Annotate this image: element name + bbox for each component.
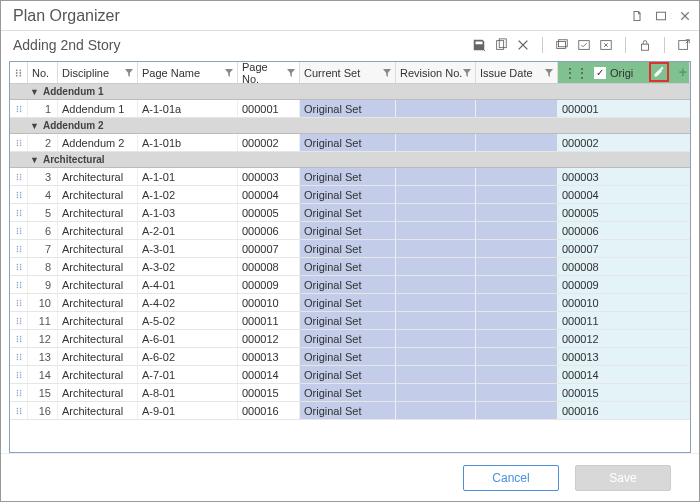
cell-page-no[interactable]: 000008 [238, 258, 300, 275]
cell-revision-no[interactable] [396, 186, 476, 203]
cell-revision-no[interactable] [396, 134, 476, 151]
cell-page-no[interactable]: 000012 [238, 330, 300, 347]
cell-page-no[interactable]: 000003 [238, 168, 300, 185]
cell-page-no[interactable]: 000004 [238, 186, 300, 203]
cell-revision-no[interactable] [396, 168, 476, 185]
row-drag-handle[interactable] [10, 276, 28, 293]
cell-issue-date[interactable] [476, 348, 558, 365]
filter-icon[interactable] [225, 69, 233, 77]
table-row[interactable]: 15ArchitecturalA-8-01000015Original Set0… [10, 384, 690, 402]
cell-current-set[interactable]: Original Set [300, 258, 396, 275]
cell-revision-no[interactable] [396, 100, 476, 117]
cell-issue-date[interactable] [476, 366, 558, 383]
cell-discipline[interactable]: Architectural [58, 366, 138, 383]
cell-page-name[interactable]: A-9-01 [138, 402, 238, 419]
cell-discipline[interactable]: Architectural [58, 240, 138, 257]
cell-page-name[interactable]: A-1-01b [138, 134, 238, 151]
cell-current-set[interactable]: Original Set [300, 294, 396, 311]
cell-set-value[interactable]: 000016 [558, 402, 690, 419]
cell-revision-no[interactable] [396, 204, 476, 221]
cell-current-set[interactable]: Original Set [300, 204, 396, 221]
cell-revision-no[interactable] [396, 276, 476, 293]
row-drag-handle[interactable] [10, 134, 28, 151]
cell-discipline[interactable]: Architectural [58, 348, 138, 365]
cell-revision-no[interactable] [396, 348, 476, 365]
cell-set-value[interactable]: 000011 [558, 312, 690, 329]
table-row[interactable]: 7ArchitecturalA-3-01000007Original Set00… [10, 240, 690, 258]
delete-icon[interactable] [516, 38, 530, 52]
cell-page-no[interactable]: 000015 [238, 384, 300, 401]
cell-current-set[interactable]: Original Set [300, 402, 396, 419]
cell-issue-date[interactable] [476, 186, 558, 203]
cell-page-no[interactable]: 000006 [238, 222, 300, 239]
cell-page-no[interactable]: 000013 [238, 348, 300, 365]
cell-issue-date[interactable] [476, 294, 558, 311]
cell-page-name[interactable]: A-1-02 [138, 186, 238, 203]
close-icon[interactable] [679, 10, 691, 22]
cell-issue-date[interactable] [476, 204, 558, 221]
cell-set-value[interactable]: 000003 [558, 168, 690, 185]
group-header[interactable]: ▼Architectural [10, 152, 690, 168]
row-drag-handle[interactable] [10, 384, 28, 401]
cell-page-name[interactable]: A-1-01 [138, 168, 238, 185]
table-row[interactable]: 11ArchitecturalA-5-02000011Original Set0… [10, 312, 690, 330]
edit-set-button[interactable] [649, 62, 669, 82]
cell-page-name[interactable]: A-4-02 [138, 294, 238, 311]
cell-discipline[interactable]: Architectural [58, 294, 138, 311]
new-document-icon[interactable] [631, 10, 643, 22]
image-stack-icon[interactable] [555, 38, 569, 52]
cell-page-name[interactable]: A-6-02 [138, 348, 238, 365]
cell-set-value[interactable]: 000008 [558, 258, 690, 275]
cell-discipline[interactable]: Architectural [58, 168, 138, 185]
column-header-set[interactable]: ⋮⋮ ✓ Origi + Edit Set [558, 62, 690, 83]
image-remove-icon[interactable] [599, 38, 613, 52]
set-checkbox[interactable]: ✓ [594, 67, 606, 79]
cell-revision-no[interactable] [396, 366, 476, 383]
cell-revision-no[interactable] [396, 402, 476, 419]
cell-revision-no[interactable] [396, 222, 476, 239]
filter-icon[interactable] [383, 69, 391, 77]
cell-discipline[interactable]: Architectural [58, 312, 138, 329]
cell-revision-no[interactable] [396, 258, 476, 275]
cell-set-value[interactable]: 000010 [558, 294, 690, 311]
cell-current-set[interactable]: Original Set [300, 348, 396, 365]
column-header-discipline[interactable]: Discipline [58, 62, 138, 83]
group-header[interactable]: ▼Addendum 2 [10, 118, 690, 134]
cell-page-name[interactable]: A-7-01 [138, 366, 238, 383]
cell-current-set[interactable]: Original Set [300, 312, 396, 329]
cell-page-name[interactable]: A-1-03 [138, 204, 238, 221]
column-header-page-no[interactable]: Page No. [238, 62, 300, 83]
cell-set-value[interactable]: 000013 [558, 348, 690, 365]
lock-icon[interactable] [638, 38, 652, 52]
cell-set-value[interactable]: 000014 [558, 366, 690, 383]
cell-revision-no[interactable] [396, 294, 476, 311]
row-drag-handle[interactable] [10, 168, 28, 185]
cell-set-value[interactable]: 000015 [558, 384, 690, 401]
row-drag-handle[interactable] [10, 186, 28, 203]
cell-current-set[interactable]: Original Set [300, 276, 396, 293]
row-drag-handle[interactable] [10, 294, 28, 311]
row-drag-handle[interactable] [10, 240, 28, 257]
table-row[interactable]: 8ArchitecturalA-3-02000008Original Set00… [10, 258, 690, 276]
table-row[interactable]: 4ArchitecturalA-1-02000004Original Set00… [10, 186, 690, 204]
cell-page-no[interactable]: 000001 [238, 100, 300, 117]
cell-page-no[interactable]: 000010 [238, 294, 300, 311]
cell-issue-date[interactable] [476, 330, 558, 347]
cell-page-name[interactable]: A-2-01 [138, 222, 238, 239]
cell-current-set[interactable]: Original Set [300, 240, 396, 257]
group-header[interactable]: ▼Addendum 1 [10, 84, 690, 100]
cell-issue-date[interactable] [476, 258, 558, 275]
column-header-issue-date[interactable]: Issue Date [476, 62, 558, 83]
cell-set-value[interactable]: 000009 [558, 276, 690, 293]
filter-icon[interactable] [287, 69, 295, 77]
column-header-no[interactable]: No. [28, 62, 58, 83]
cell-set-value[interactable]: 000006 [558, 222, 690, 239]
cell-page-name[interactable]: A-1-01a [138, 100, 238, 117]
cell-page-no[interactable]: 000007 [238, 240, 300, 257]
cell-page-no[interactable]: 000005 [238, 204, 300, 221]
table-row[interactable]: 6ArchitecturalA-2-01000006Original Set00… [10, 222, 690, 240]
cell-discipline[interactable]: Architectural [58, 258, 138, 275]
cell-page-name[interactable]: A-4-01 [138, 276, 238, 293]
column-header-page-name[interactable]: Page Name [138, 62, 238, 83]
table-row[interactable]: 16ArchitecturalA-9-01000016Original Set0… [10, 402, 690, 420]
